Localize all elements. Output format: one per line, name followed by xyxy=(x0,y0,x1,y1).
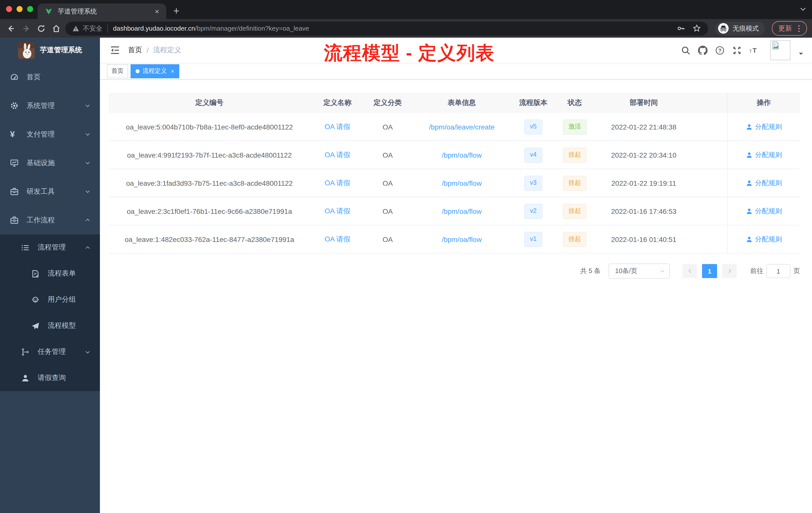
row-filler xyxy=(692,197,727,225)
version-badge: v4 xyxy=(524,147,542,162)
key-icon[interactable] xyxy=(677,24,686,33)
assign-rule-link[interactable]: 分配规则 xyxy=(746,178,782,187)
maximize-window-button[interactable] xyxy=(27,6,33,12)
menu-dots-icon[interactable] xyxy=(795,24,803,32)
sidebar-item-process-form[interactable]: 流程表单 xyxy=(0,261,100,286)
minimize-window-button[interactable] xyxy=(17,6,23,12)
avatar[interactable] xyxy=(770,40,790,60)
prev-page-button[interactable] xyxy=(683,264,697,278)
sidebar-item-process-management[interactable]: 流程管理 xyxy=(0,234,100,261)
column-header: 定义分类 xyxy=(365,93,410,113)
favicon-leaf-icon xyxy=(45,7,53,15)
breadcrumb-home[interactable]: 首页 xyxy=(128,46,142,55)
assign-rule-link[interactable]: 分配规则 xyxy=(746,150,782,159)
gauge-icon xyxy=(10,73,19,81)
chevron-down-icon xyxy=(84,131,91,138)
app-logo[interactable]: 芋道管理系统 xyxy=(0,38,100,63)
definition-category: OA xyxy=(365,225,410,253)
status-badge: 挂起 xyxy=(563,232,586,247)
sidebar-item-leave-query[interactable]: 请假查询 xyxy=(0,365,100,391)
hamburger-icon[interactable] xyxy=(110,45,120,55)
sidebar-item-label: 流程表单 xyxy=(48,269,91,278)
new-tab-button[interactable]: + xyxy=(166,5,186,19)
next-page-button[interactable] xyxy=(722,264,737,278)
sidebar-item-home[interactable]: 首页 xyxy=(0,63,100,91)
sidebar-item-payment-management[interactable]: ¥支付管理 xyxy=(0,120,100,149)
sidebar-item-workflow[interactable]: 工作流程 xyxy=(0,206,100,234)
definition-name-link[interactable]: OA 请假 xyxy=(325,122,350,131)
tree-icon xyxy=(21,348,30,356)
search-icon[interactable] xyxy=(681,46,691,55)
chevron-right-icon xyxy=(726,268,732,274)
definition-name-link[interactable]: OA 请假 xyxy=(325,150,350,159)
forward-icon[interactable] xyxy=(20,22,32,34)
assign-rule-link[interactable]: 分配规则 xyxy=(746,235,782,244)
form-link[interactable]: /bpm/oa/leave/create xyxy=(429,123,495,131)
form-link[interactable]: /bpm/oa/flow xyxy=(442,207,482,215)
tag-close-icon[interactable]: × xyxy=(171,67,174,74)
row-filler xyxy=(692,113,727,141)
form-link[interactable]: /bpm/oa/flow xyxy=(442,179,482,187)
sidebar-item-dev-tools[interactable]: 研发工具 xyxy=(0,177,100,206)
list-icon xyxy=(21,243,30,252)
window-controls xyxy=(6,6,33,12)
reload-icon[interactable] xyxy=(35,22,47,34)
definition-name-link[interactable]: OA 请假 xyxy=(325,207,350,216)
row-filler xyxy=(692,225,727,253)
goto-page-input[interactable]: 1 xyxy=(766,264,790,278)
sidebar-item-task-management[interactable]: 任务管理 xyxy=(0,339,100,365)
assign-rule-link[interactable]: 分配规则 xyxy=(746,122,782,131)
form-link[interactable]: /bpm/oa/flow xyxy=(442,151,482,159)
sidebar-item-label: 首页 xyxy=(27,72,91,82)
sidebar-item-label: 基础设施 xyxy=(27,158,80,168)
home-icon[interactable] xyxy=(50,22,62,34)
question-icon[interactable]: ? xyxy=(715,46,725,55)
sidebar-menu: 首页系统管理¥支付管理基础设施研发工具工作流程流程管理流程表单用户分组流程模型任… xyxy=(0,63,100,391)
deploy-time: 2022-01-16 17:46:53 xyxy=(596,197,692,225)
close-window-button[interactable] xyxy=(6,6,12,12)
tab-close-icon[interactable]: × xyxy=(153,7,161,16)
chevron-down-icon xyxy=(84,349,91,355)
people-icon xyxy=(31,295,40,304)
pagination: 共 5 条 10条/页 1 前往 1 页 xyxy=(109,264,800,279)
sidebar-item-label: 流程模型 xyxy=(48,321,91,330)
sidebar-item-system-management[interactable]: 系统管理 xyxy=(0,91,100,120)
app-title: 芋道管理系统 xyxy=(40,46,82,55)
back-icon[interactable] xyxy=(5,22,17,34)
update-label: 更新 xyxy=(778,24,792,33)
assign-rule-link[interactable]: 分配规则 xyxy=(746,207,782,216)
definition-name-link[interactable]: OA 请假 xyxy=(325,178,350,187)
tag-process-definition-label: 流程定义 xyxy=(143,67,167,75)
status-badge: 挂起 xyxy=(563,175,586,190)
form-link[interactable]: /bpm/oa/flow xyxy=(442,235,482,243)
tag-home[interactable]: 首页 xyxy=(107,64,128,78)
user-icon xyxy=(746,179,753,186)
size-icon[interactable]: TT xyxy=(749,46,759,55)
definition-category: OA xyxy=(365,169,410,197)
address-bar[interactable]: 不安全 dashboard.yudao.iocoder.cn /bpm/mana… xyxy=(65,21,708,35)
caret-down-icon[interactable] xyxy=(798,51,804,57)
sidebar-item-user-group[interactable]: 用户分组 xyxy=(0,286,100,313)
pagination-total: 共 5 条 xyxy=(580,267,601,276)
definition-name-link[interactable]: OA 请假 xyxy=(325,235,350,244)
page-size-select[interactable]: 10条/页 xyxy=(609,264,670,279)
page-number-button[interactable]: 1 xyxy=(702,264,717,278)
navbar-actions: ?TT xyxy=(681,40,804,60)
browser-tab[interactable]: 芋道管理系统 × xyxy=(38,3,166,19)
chrome-update-button[interactable]: 更新 xyxy=(772,21,807,36)
star-icon[interactable] xyxy=(693,24,701,33)
github-icon[interactable] xyxy=(698,46,707,55)
sidebar-item-infrastructure[interactable]: 基础设施 xyxy=(0,149,100,177)
status-badge: 挂起 xyxy=(563,204,586,219)
security-label: 不安全 xyxy=(83,24,103,33)
version-badge: v2 xyxy=(524,204,542,219)
tab-search-chevron-icon[interactable] xyxy=(799,5,807,13)
fullscreen-icon[interactable] xyxy=(732,46,742,55)
tag-process-definition[interactable]: 流程定义 × xyxy=(130,64,179,78)
sidebar-item-process-model[interactable]: 流程模型 xyxy=(0,313,100,339)
definition-id: oa_leave:3:1fad3d93-7b75-11ec-a3c8-acde4… xyxy=(109,169,310,197)
definition-id: oa_leave:4:991f2193-7b7f-11ec-a3c8-acde4… xyxy=(109,141,310,169)
page-annotation: 流程模型 - 定义列表 xyxy=(324,41,495,66)
sidebar-item-label: 流程管理 xyxy=(38,243,80,252)
sidebar-item-label: 请假查询 xyxy=(38,373,91,383)
